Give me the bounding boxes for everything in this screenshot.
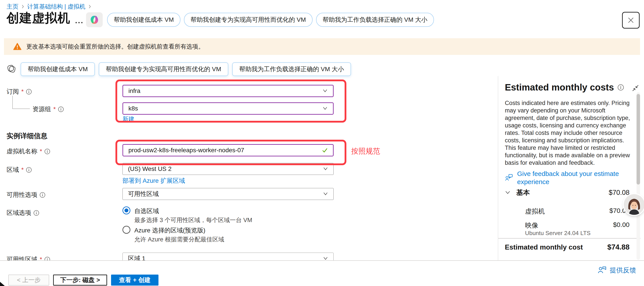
create-new-link[interactable]: 新建 <box>122 115 134 123</box>
feedback-person-icon <box>598 265 607 275</box>
availability-options-dropdown[interactable]: 可用性区域 <box>122 188 334 200</box>
required-marker: * <box>21 166 24 173</box>
copilot-suggestion-row: 帮助我创建低成本 VM 帮助我创建专为实现高可用性而优化的 VM 帮助我为工作负… <box>6 62 351 76</box>
radio-self-selected-zones[interactable] <box>122 206 130 214</box>
suggestion-high-availability-vm[interactable]: 帮助我创建专为实现高可用性而优化的 VM <box>99 62 228 76</box>
next-disks-button[interactable]: 下一步: 磁盘 > <box>53 274 107 285</box>
zone-options-label-row: 区域选项 <box>6 209 39 217</box>
previous-button[interactable]: < 上一步 <box>8 274 49 285</box>
chevron-right-icon <box>88 4 92 9</box>
subscription-value: infra <box>128 87 140 94</box>
footer-feedback-link[interactable]: 提供反馈 <box>598 265 636 275</box>
vm-name-input[interactable]: prod-usw2-k8s-freeleaps-worker-nodes-07 <box>122 144 334 156</box>
valid-checkmark-icon <box>322 148 328 153</box>
info-icon[interactable] <box>26 89 32 95</box>
cost-total-divider <box>498 238 640 238</box>
resource-group-value: k8s <box>128 105 138 112</box>
subscription-dropdown[interactable]: infra <box>122 85 334 97</box>
zone-option1-description: 最多选择 3 个可用性区域，每个区域一台 VM <box>134 216 252 224</box>
radio-azure-selected-zones[interactable] <box>122 226 130 234</box>
footer-feedback-text: 提供反馈 <box>610 266 636 275</box>
region-value: (US) West US 2 <box>128 165 172 172</box>
scrollbar-thumb[interactable] <box>636 94 640 184</box>
info-icon[interactable] <box>33 210 39 216</box>
region-label: 区域 <box>6 166 19 174</box>
resource-group-dropdown[interactable]: k8s <box>122 102 334 115</box>
cursor-artifact <box>0 282 5 286</box>
feedback-bubbles-icon <box>505 173 514 186</box>
annotation-note: 按照规范 <box>351 146 380 156</box>
estimate-feedback-link[interactable]: Give feedback about your estimate experi… <box>505 170 632 186</box>
breadcrumb-virtual-machines[interactable]: 计算基础结构 | 虚拟机 <box>27 3 86 11</box>
estimated-costs-title: Estimated monthly costs <box>505 82 614 93</box>
warning-text: 更改基本选项可能会重置所做的选择。创建虚拟机前查看所有选项。 <box>26 43 204 51</box>
close-button[interactable] <box>622 12 640 29</box>
zone-options-label: 区域选项 <box>6 209 31 217</box>
subscription-label-row: 订阅 * <box>6 87 32 96</box>
info-icon[interactable] <box>58 106 64 112</box>
info-icon[interactable] <box>44 148 50 154</box>
vm-name-label: 虚拟机名称 <box>6 147 37 156</box>
chevron-down-icon <box>322 89 328 93</box>
cost-item-image-note: Ubuntu Server 24.04 LTS <box>525 230 591 236</box>
instance-details-heading: 实例详细信息 <box>6 131 48 141</box>
info-icon[interactable] <box>40 192 46 198</box>
region-dropdown[interactable]: (US) West US 2 <box>122 163 334 175</box>
suggestion-right-vm-size[interactable]: 帮助我为工作负载选择正确的 VM 大小 <box>316 13 434 27</box>
cost-group-name: 基本 <box>516 188 530 197</box>
zone-option2-description: 允许 Azure 根据需要分配最佳区域 <box>134 235 224 243</box>
edge-zone-link[interactable]: 部署到 Azure 扩展区域 <box>122 177 185 185</box>
cost-item-image: 映像 $0.00 <box>525 221 630 230</box>
availability-options-label: 可用性选项 <box>6 191 37 199</box>
required-marker: * <box>21 88 24 95</box>
suggestion-right-vm-size[interactable]: 帮助我为工作负载选择正确的 VM 大小 <box>232 62 351 76</box>
cost-group-basic[interactable]: 基本 $70.08 <box>505 188 630 197</box>
suggestion-low-cost-vm[interactable]: 帮助我创建低成本 VM <box>21 62 95 76</box>
resource-group-label-row: 资源组 * <box>32 105 64 113</box>
cost-item-vm: 虚拟机 $70.08 <box>525 207 630 216</box>
chevron-down-icon <box>323 167 328 171</box>
chevron-down-icon <box>322 107 328 111</box>
estimated-costs-title-row: Estimated monthly costs <box>505 82 624 93</box>
warning-icon <box>13 43 22 50</box>
zone-option2-label[interactable]: Azure 选择的区域(预览版) <box>134 226 206 235</box>
estimate-feedback-text: Give feedback about your estimate experi… <box>517 170 632 186</box>
suggestion-high-availability-vm[interactable]: 帮助我创建专为实现高可用性而优化的 VM <box>184 13 312 27</box>
availability-options-label-row: 可用性选项 <box>6 191 46 199</box>
copilot-suggestion-pills: 帮助我创建低成本 VM 帮助我创建专为实现高可用性而优化的 VM 帮助我为工作负… <box>107 13 434 27</box>
cost-disclaimer: Costs indicated here are estimates only.… <box>505 99 636 166</box>
suggestion-low-cost-vm[interactable]: 帮助我创建低成本 VM <box>107 13 180 27</box>
subscription-label: 订阅 <box>6 87 19 96</box>
chevron-down-icon <box>323 192 328 196</box>
cost-item-vm-name: 虚拟机 <box>525 207 545 216</box>
chevron-right-icon <box>21 4 24 9</box>
region-label-row: 区域 * <box>6 166 32 174</box>
avatar[interactable] <box>624 194 644 215</box>
resource-group-tree-connector <box>12 96 30 109</box>
page-title: 创建虚拟机 <box>6 10 70 27</box>
vm-name-value: prod-usw2-k8s-freeleaps-worker-nodes-07 <box>128 147 244 154</box>
cost-total-row: Estimated monthly cost $74.88 <box>505 243 630 251</box>
copilot-outline-icon <box>6 64 17 75</box>
cost-item-image-name: 映像 <box>525 221 538 230</box>
chevron-down-icon <box>323 256 328 260</box>
vm-name-label-row: 虚拟机名称 * <box>6 147 50 156</box>
copilot-icon[interactable] <box>86 12 103 27</box>
more-options-icon[interactable] <box>76 22 82 23</box>
availability-options-value: 可用性区域 <box>128 190 159 198</box>
info-icon[interactable] <box>26 167 32 173</box>
required-marker: * <box>53 106 56 113</box>
breadcrumb-home[interactable]: 主页 <box>6 3 18 11</box>
cost-item-image-amount: $0.00 <box>613 221 630 230</box>
zone-option1-label[interactable]: 自选区域 <box>134 207 159 215</box>
breadcrumb: 主页 计算基础结构 | 虚拟机 <box>6 3 92 11</box>
chevron-down-icon <box>505 190 510 195</box>
required-marker: * <box>40 148 42 155</box>
info-icon[interactable] <box>618 84 624 91</box>
resource-group-label: 资源组 <box>32 105 51 113</box>
collapse-panel-icon[interactable] <box>632 84 639 93</box>
review-create-button[interactable]: 查看 + 创建 <box>111 274 158 285</box>
cost-total-label: Estimated monthly cost <box>505 243 583 251</box>
create-vm-page: 主页 计算基础结构 | 虚拟机 创建虚拟机 帮助我创建低成本 VM 帮助我 <box>0 0 644 286</box>
panel-divider <box>498 76 498 260</box>
